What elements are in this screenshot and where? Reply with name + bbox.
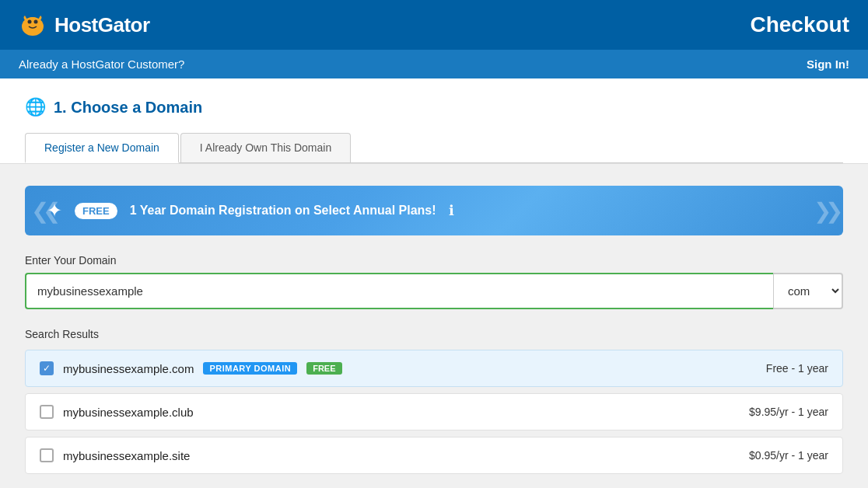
- table-row: mybusinessexample.com PRIMARY DOMAIN FRE…: [25, 350, 843, 387]
- svg-point-3: [34, 20, 38, 24]
- tab-already-own-domain[interactable]: I Already Own This Domain: [180, 133, 351, 162]
- info-icon[interactable]: ℹ: [449, 202, 454, 219]
- sign-in-link[interactable]: Sign In!: [807, 58, 849, 71]
- domain-price-club: $9.95/yr - 1 year: [749, 406, 828, 418]
- brand-name: HostGator: [54, 13, 150, 37]
- globe-icon: 🌐: [25, 97, 46, 117]
- existing-customer-text: Already a HostGator Customer?: [19, 58, 184, 71]
- section-title-text: 1. Choose a Domain: [54, 99, 202, 117]
- domain-checkbox-site[interactable]: [40, 448, 54, 462]
- domain-price-primary: Free - 1 year: [766, 362, 828, 375]
- domain-name-site: mybusinessexample.site: [63, 449, 190, 462]
- logo-area: HostGator: [19, 11, 150, 39]
- domain-input-section: Enter Your Domain com net org info biz c…: [25, 254, 843, 309]
- tab-register-new-domain[interactable]: Register a New Domain: [25, 133, 179, 163]
- tld-select[interactable]: com net org info biz club site: [773, 273, 843, 309]
- hostgator-logo-icon: [19, 11, 47, 39]
- domain-checkbox-primary[interactable]: [40, 361, 54, 375]
- table-row: mybusinessexample.site $0.95/yr - 1 year: [25, 437, 843, 474]
- svg-point-1: [25, 17, 40, 31]
- header: HostGator Checkout: [0, 0, 868, 50]
- promo-sparkle-icon: ✦: [47, 200, 62, 221]
- domain-input-row: com net org info biz club site: [25, 273, 843, 309]
- table-row: mybusinessexample.club $9.95/yr - 1 year: [25, 393, 843, 430]
- section-heading: 🌐 1. Choose a Domain: [25, 97, 843, 117]
- gray-content-section: ✦ FREE 1 Year Domain Registration on Sel…: [0, 164, 868, 488]
- result-left-site: mybusinessexample.site: [40, 448, 190, 462]
- result-left-primary: mybusinessexample.com PRIMARY DOMAIN FRE…: [40, 361, 342, 375]
- result-left-club: mybusinessexample.club: [40, 405, 194, 419]
- subheader: Already a HostGator Customer? Sign In!: [0, 50, 868, 78]
- domain-name-primary: mybusinessexample.com: [63, 362, 194, 375]
- svg-point-2: [28, 20, 32, 24]
- free-badge: FREE: [75, 203, 117, 219]
- search-results-label: Search Results: [25, 328, 843, 340]
- search-results-section: Search Results mybusinessexample.com PRI…: [25, 328, 843, 474]
- domain-name-club: mybusinessexample.club: [63, 406, 194, 419]
- promo-banner: ✦ FREE 1 Year Domain Registration on Sel…: [25, 186, 843, 235]
- domain-input-label: Enter Your Domain: [25, 254, 843, 267]
- domain-tabs: Register a New Domain I Already Own This…: [25, 133, 843, 162]
- domain-checkbox-club[interactable]: [40, 405, 54, 419]
- primary-domain-badge: PRIMARY DOMAIN: [203, 362, 297, 375]
- page-title: Checkout: [750, 12, 849, 37]
- main-content-area: 🌐 1. Choose a Domain Register a New Doma…: [0, 78, 868, 164]
- domain-price-site: $0.95/yr - 1 year: [749, 449, 828, 462]
- free-domain-badge: FREE: [306, 362, 341, 375]
- domain-search-input[interactable]: [25, 273, 773, 309]
- promo-text: 1 Year Domain Registration on Select Ann…: [130, 204, 436, 218]
